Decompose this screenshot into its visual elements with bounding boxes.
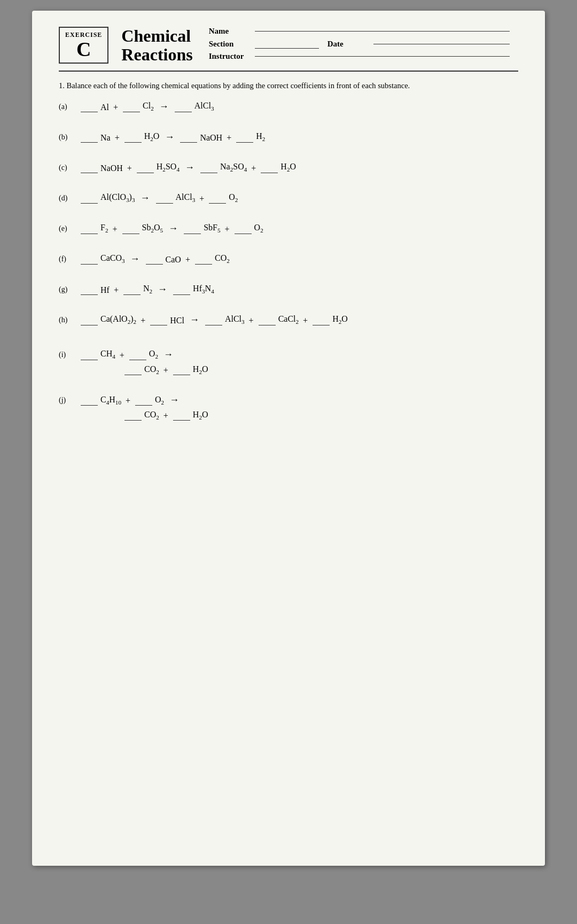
blank-i3[interactable] [124, 375, 142, 375]
plus-e1: + [113, 224, 118, 234]
blank-f2[interactable] [146, 264, 163, 265]
name-row: Name [209, 27, 518, 36]
blank-g1[interactable] [81, 294, 98, 295]
compound-F2: F2 [100, 223, 108, 234]
compound-Na2SO4: Na2SO4 [220, 162, 247, 173]
blank-h4[interactable] [259, 325, 276, 325]
compound-HCl: HCl [170, 316, 184, 325]
compound-H2O-c: H2O [280, 162, 296, 173]
arrow-c: → [185, 162, 194, 173]
equation-c: (c) NaOH + H2SO4 → Na2SO4 + H2O [59, 162, 518, 173]
blank-a3[interactable] [175, 112, 192, 112]
blank-c2[interactable] [137, 173, 154, 173]
blank-h2[interactable] [150, 325, 167, 325]
blank-b4[interactable] [236, 142, 253, 143]
compound-H2O-h: H2O [332, 314, 348, 325]
eq-i-row1: (i) CH4 + O2 → [59, 349, 518, 360]
blank-b1[interactable] [81, 142, 98, 143]
compound-O2-i: O2 [149, 349, 158, 360]
blank-f3[interactable] [195, 264, 212, 265]
blank-e2[interactable] [122, 234, 139, 234]
plus-b2: + [227, 133, 231, 143]
plus-i1: + [120, 351, 124, 360]
blank-j4[interactable] [173, 420, 190, 421]
blank-j2[interactable] [135, 405, 152, 406]
compound-O2-d: O2 [229, 192, 238, 203]
instructor-line [255, 56, 510, 57]
eq-h-row1: (h) Ca(AlO2)2 + HCl → AlCl3 + CaCl2 + H2… [59, 314, 518, 325]
eq-label-c: (c) [59, 164, 76, 173]
compound-H2-b: H2 [256, 131, 265, 142]
section-date-row: Section Date [209, 39, 518, 49]
blank-d2[interactable] [156, 203, 173, 204]
equation-j: (j) C4H10 + O2 → CO2 + H2O [59, 394, 518, 421]
blank-h3[interactable] [205, 325, 222, 325]
blank-g3[interactable] [173, 294, 190, 295]
compound-N2: N2 [143, 284, 152, 294]
equation-e: (e) F2 + Sb2O5 → SbF5 + O2 [59, 223, 518, 234]
compound-H2SO4: H2SO4 [157, 162, 180, 173]
compound-Hf: Hf [100, 285, 110, 295]
blank-e4[interactable] [235, 234, 252, 234]
arrow-d: → [141, 192, 150, 204]
compound-CO2-i: CO2 [144, 364, 159, 375]
compound-NaOH: NaOH [200, 133, 222, 143]
blank-h1[interactable] [81, 325, 98, 325]
plus-i2: + [163, 366, 168, 375]
eq-i-products: CO2 + H2O [123, 364, 518, 375]
compound-Cl2: Cl2 [143, 101, 154, 112]
eq-label-j: (j) [59, 396, 76, 406]
equations-list: (a) Al + Cl2 → AlCl3 (b) Na + H2O → NaOH… [59, 101, 518, 421]
instruction-number: 1. [59, 81, 65, 90]
plus-g1: + [114, 285, 119, 295]
section-line [255, 39, 319, 49]
exercise-box: EXERCISE C [59, 27, 108, 64]
plus-b1: + [115, 133, 120, 143]
plus-h1: + [141, 316, 145, 325]
plus-e2: + [225, 224, 230, 234]
blank-e1[interactable] [81, 234, 98, 234]
plus-f1: + [185, 255, 190, 265]
blank-d3[interactable] [209, 203, 226, 204]
eq-label-d: (d) [59, 194, 76, 204]
blank-e3[interactable] [184, 234, 201, 234]
arrow-h: → [190, 314, 199, 325]
equation-g: (g) Hf + N2 → Hf3N4 [59, 284, 518, 295]
compound-CaCO3: CaCO3 [100, 253, 125, 264]
arrow-g: → [158, 284, 167, 295]
instructor-label: Instructor [209, 52, 252, 61]
blank-c4[interactable] [261, 173, 278, 173]
equation-f: (f) CaCO3 → CaO + CO2 [59, 253, 518, 265]
blank-g2[interactable] [123, 294, 141, 295]
blank-i4[interactable] [173, 375, 190, 375]
equation-i: (i) CH4 + O2 → CO2 + H2O [59, 349, 518, 375]
equation-b: (b) Na + H2O → NaOH + H2 [59, 131, 518, 143]
blank-c1[interactable] [81, 173, 98, 173]
name-line [255, 31, 510, 32]
plus-a1: + [113, 103, 118, 112]
blank-b3[interactable] [180, 142, 197, 143]
instructor-row: Instructor [209, 52, 518, 61]
equation-d: (d) Al(ClO3)3 → AlCl3 + O2 [59, 192, 518, 204]
title-block: Chemical Reactions [121, 27, 192, 64]
compound-Al: Al [100, 103, 109, 112]
worksheet-title: Chemical Reactions [121, 27, 192, 64]
blank-d1[interactable] [81, 203, 98, 204]
arrow-a: → [159, 101, 169, 112]
blank-a1[interactable] [81, 112, 98, 112]
blank-j1[interactable] [81, 405, 98, 406]
blank-i1[interactable] [81, 360, 98, 360]
compound-SbF5: SbF5 [204, 223, 220, 234]
eq-j-row1: (j) C4H10 + O2 → [59, 394, 518, 406]
blank-i2[interactable] [129, 360, 146, 360]
blank-j3[interactable] [124, 420, 142, 421]
blank-a2[interactable] [123, 112, 140, 112]
blank-f1[interactable] [81, 264, 98, 265]
arrow-j: → [169, 394, 179, 406]
compound-CO2-f: CO2 [215, 253, 230, 264]
blank-b2[interactable] [124, 142, 142, 143]
blank-c3[interactable] [200, 173, 217, 173]
blank-h5[interactable] [313, 325, 330, 325]
instruction-text: Balance each of the following chemical e… [67, 81, 410, 90]
eq-label-f: (f) [59, 255, 76, 265]
